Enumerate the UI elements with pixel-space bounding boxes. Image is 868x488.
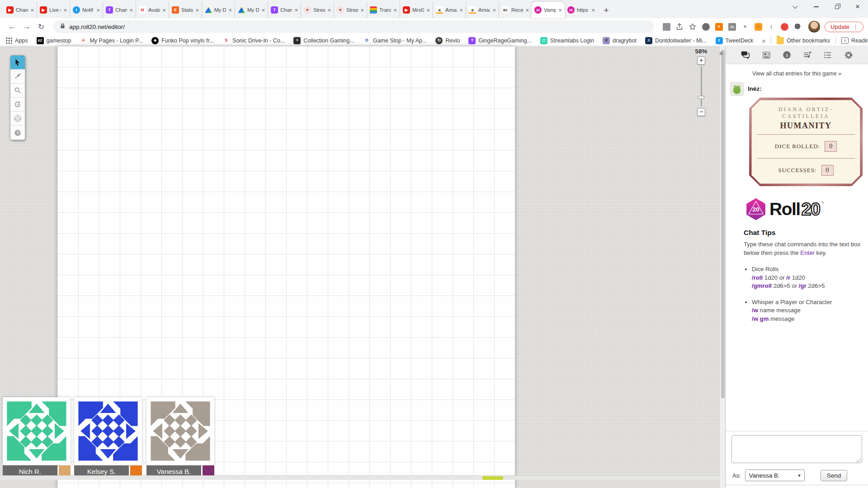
speaking-as-select[interactable]: Vanessa B. ▾ — [745, 469, 805, 481]
streamlabs-ext-icon[interactable] — [701, 22, 710, 31]
share-icon[interactable] — [675, 22, 684, 31]
forward-button[interactable]: → — [21, 21, 33, 33]
chat-input[interactable] — [731, 435, 862, 463]
scrollbar-thumb[interactable] — [721, 50, 725, 399]
bookmark-item[interactable]: SSonic Drive-In - Co... — [222, 37, 285, 44]
browser-tab[interactable]: ECRece× — [499, 2, 532, 18]
onebox-ext-icon[interactable]: 1b — [727, 22, 736, 31]
honey-ext-icon[interactable]: ☺ — [754, 22, 763, 31]
tab-close-icon[interactable]: × — [195, 7, 199, 14]
browser-tab[interactable]: My D× — [235, 2, 268, 18]
browser-tab[interactable]: TChan× — [268, 2, 301, 18]
browser-tab[interactable]: Trans× — [367, 2, 400, 18]
browser-tab[interactable]: EStats× — [169, 2, 202, 18]
restore-icon[interactable] — [826, 0, 847, 14]
address-bar[interactable]: app.roll20.net/editor/ — [53, 20, 654, 33]
reading-list[interactable]: ≡ Reading list — [841, 38, 868, 44]
browser-tab[interactable]: TChan× — [103, 2, 136, 18]
tag-ext-icon[interactable]: ◆ — [741, 22, 750, 31]
browser-tab[interactable]: ▶Chan× — [4, 2, 37, 18]
browser-tab[interactable]: 20https× — [565, 2, 598, 18]
draw-tool-icon[interactable] — [10, 70, 25, 84]
browser-tab[interactable]: My D× — [202, 2, 235, 18]
bookmarks-overflow-icon[interactable]: » — [762, 37, 765, 44]
tab-close-icon[interactable]: × — [162, 7, 166, 14]
bookmark-item[interactable]: tTweetDeck — [716, 37, 754, 44]
minimize-icon[interactable] — [806, 0, 826, 14]
update-button[interactable]: Update ⋮ — [825, 22, 863, 32]
browser-tab[interactable]: 20Vamp× — [532, 2, 565, 18]
tab-close-icon[interactable]: × — [492, 7, 496, 14]
browser-tab[interactable]: aAmaz× — [433, 2, 466, 18]
zoom-slider[interactable] — [701, 66, 702, 106]
zoom-slider-handle[interactable] — [698, 96, 704, 99]
bookmark-star-icon[interactable] — [688, 22, 697, 31]
close-window-icon[interactable]: × — [847, 0, 868, 14]
bookmark-item[interactable]: +Collection Gaming... — [293, 37, 354, 44]
bookmark-item[interactable]: TGingeRageGaming... — [468, 37, 531, 44]
turn-tracker-tool-icon[interactable] — [10, 98, 25, 112]
tab-close-icon[interactable]: × — [360, 7, 364, 14]
back-button[interactable]: ← — [6, 21, 18, 33]
vertical-scrollbar[interactable] — [720, 46, 725, 488]
reload-button[interactable]: ↻ — [35, 21, 47, 33]
zoom-in-button[interactable]: + — [697, 56, 705, 65]
help-tool-icon[interactable]: ? — [10, 126, 25, 140]
send-button[interactable]: Send — [821, 470, 848, 481]
browser-tab[interactable]: aAmaz× — [466, 2, 499, 18]
browser-tab[interactable]: ▶Live s× — [37, 2, 70, 18]
profile-avatar[interactable] — [808, 21, 820, 33]
browser-tab[interactable]: ♥Strea× — [301, 2, 334, 18]
other-bookmarks[interactable]: Other bookmarks — [777, 37, 830, 44]
select-tool-icon[interactable] — [10, 56, 25, 70]
scrollbar-thumb[interactable] — [482, 476, 503, 480]
sidebar-tab-journal[interactable] — [762, 51, 771, 60]
streamlabs-red-ext-icon[interactable] — [780, 22, 789, 31]
tab-close-icon[interactable]: × — [30, 7, 34, 14]
tab-close-icon[interactable]: × — [525, 7, 529, 14]
dice-roller-tool-icon[interactable] — [10, 112, 25, 126]
tab-close-icon[interactable]: × — [96, 7, 100, 14]
tab-close-icon[interactable]: × — [129, 7, 133, 14]
new-tab-button[interactable]: + — [600, 5, 612, 16]
bookmark-item[interactable]: OGame Stop - My Ap... — [363, 37, 427, 44]
orange-ext-icon[interactable]: h — [714, 22, 723, 31]
bookmark-item[interactable]: EZgamestop — [37, 37, 71, 44]
bookmark-item[interactable]: XDontdoitwalter - Mi... — [645, 37, 707, 44]
tab-close-icon[interactable]: × — [426, 7, 430, 14]
bookmark-item[interactable]: ☻Funko Pop vinyls fr... — [151, 37, 214, 44]
bookmark-item[interactable]: ↻Revlo — [435, 37, 460, 44]
zoom-tool-icon[interactable] — [10, 84, 25, 98]
sidebar-collapse-icon[interactable]: ≡ — [719, 50, 722, 57]
view-all-chat-link[interactable]: View all chat entries for this game » — [729, 70, 864, 77]
tab-close-icon[interactable]: × — [261, 7, 265, 14]
window-menu-icon[interactable] — [785, 0, 806, 14]
tab-close-icon[interactable]: × — [459, 7, 463, 14]
extensions-puzzle-icon[interactable] — [793, 22, 802, 31]
player-token[interactable]: Kelsey S. — [74, 397, 142, 477]
tab-close-icon[interactable]: × — [294, 7, 298, 14]
tab-close-icon[interactable]: × — [228, 7, 232, 14]
browser-tab[interactable]: MAvata× — [136, 2, 169, 18]
sidebar-tab-jukebox[interactable] — [803, 51, 812, 60]
horizontal-scrollbar[interactable] — [0, 475, 720, 480]
tab-close-icon[interactable]: × — [63, 7, 67, 14]
player-token[interactable]: Vanessa B. — [146, 397, 214, 477]
player-token[interactable]: Nich R. — [3, 397, 71, 477]
sidebar-tab-collections[interactable] — [823, 51, 832, 60]
tab-close-icon[interactable]: × — [558, 7, 562, 14]
bookmark-item[interactable]: ddragrybot — [603, 37, 637, 44]
browser-tab[interactable]: ♥Strea× — [334, 2, 367, 18]
sidebar-tab-chat[interactable] — [740, 50, 750, 60]
script-ext-icon[interactable]: ʃ — [767, 22, 776, 31]
sidebar-tab-settings[interactable] — [844, 50, 854, 60]
sidebar-tab-info[interactable]: i — [782, 50, 792, 60]
bookmark-item[interactable]: ◻Streamlabs Login — [540, 37, 594, 44]
browser-tab[interactable]: ▶MrsG× — [400, 2, 433, 18]
tab-close-icon[interactable]: × — [591, 7, 595, 14]
resize-handle-icon[interactable] — [856, 458, 861, 462]
tab-close-icon[interactable]: × — [393, 7, 397, 14]
tab-close-icon[interactable]: × — [327, 7, 331, 14]
page-badge-icon[interactable]: ▪ — [662, 22, 671, 31]
zoom-out-button[interactable]: − — [697, 108, 705, 116]
